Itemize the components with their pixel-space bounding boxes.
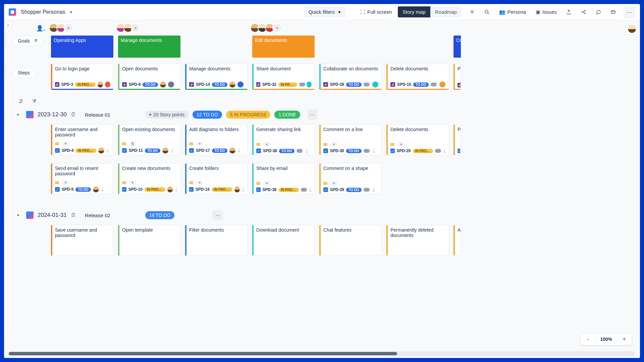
issue-key[interactable]: SPD-28 bbox=[330, 82, 344, 87]
step-card[interactable]: Go to login page ⚡SPD-3IN PROG… bbox=[51, 64, 113, 90]
step-card[interactable]: Pre ⚡S bbox=[453, 64, 461, 90]
assignee-avatar[interactable] bbox=[93, 186, 99, 192]
issue-key[interactable]: SPD-3 bbox=[61, 82, 73, 87]
zoom-in-button[interactable]: + bbox=[617, 334, 632, 345]
subtask-pill[interactable]: + bbox=[330, 181, 338, 186]
export-icon[interactable] bbox=[563, 6, 575, 18]
canvas[interactable]: Goals ⧩ Steps +++ Operating AppsManage d… bbox=[4, 20, 640, 358]
story-card[interactable]: Permanently deleted documents bbox=[386, 225, 449, 256]
subtask-pill[interactable]: + bbox=[62, 141, 69, 146]
issue-key[interactable]: SPD-16 bbox=[196, 187, 210, 192]
issue-key[interactable]: SPD-38 bbox=[263, 148, 277, 153]
issue-key[interactable]: SPD-30 bbox=[330, 148, 344, 153]
issue-key[interactable]: SPD-39 bbox=[263, 187, 277, 192]
subtask-pill[interactable]: 5 bbox=[129, 141, 137, 146]
release-2-date[interactable]: 2024-01-31 bbox=[38, 212, 67, 219]
card-icon[interactable] bbox=[607, 6, 619, 18]
goal-avatar-stack[interactable]: + bbox=[252, 21, 315, 34]
issue-key[interactable]: SPD-10 bbox=[128, 187, 143, 192]
assignee-avatar[interactable] bbox=[229, 81, 235, 87]
hierarchy-icon[interactable]: ᛦ bbox=[175, 187, 177, 192]
release-1-more[interactable]: ⋯ bbox=[308, 110, 318, 120]
steps-lane-label[interactable]: Steps bbox=[13, 68, 35, 78]
collapse-all-icon[interactable]: ⇵ bbox=[17, 98, 25, 105]
issue-key[interactable]: SPD-17 bbox=[196, 148, 210, 153]
step-card[interactable]: Open documents ⚡SPD-9TO DO bbox=[118, 64, 180, 90]
assignee-avatar[interactable] bbox=[435, 148, 441, 154]
full-screen-button[interactable]: ⛶ Full screen bbox=[357, 6, 395, 18]
issue-key[interactable]: SPD-29 bbox=[330, 187, 344, 192]
hierarchy-icon[interactable]: ᛦ bbox=[305, 148, 308, 154]
goal-avatar-stack[interactable] bbox=[185, 21, 248, 34]
hierarchy-icon[interactable]: ᛦ bbox=[242, 187, 245, 192]
assignee-avatar[interactable] bbox=[364, 187, 370, 192]
story-card[interactable]: Generate sharing link +✓SPD-38TO DOᛦ bbox=[252, 124, 315, 155]
story-card[interactable]: Create folders +✓SPD-16IN PROG…ᛦ bbox=[185, 163, 248, 194]
release-1-date[interactable]: 2023-12-30 bbox=[38, 111, 67, 118]
issue-key[interactable]: SPD-9 bbox=[129, 82, 141, 87]
issue-key[interactable]: SPD-4 bbox=[62, 148, 73, 153]
hierarchy-icon[interactable]: ᛦ bbox=[170, 148, 173, 153]
goals-lane-label[interactable]: Goals ⧩ bbox=[13, 36, 43, 46]
board-icon[interactable]: ≡ bbox=[466, 6, 478, 18]
issue-key[interactable]: SPD-15 bbox=[397, 82, 411, 87]
roadmap-tab[interactable]: Roadmap bbox=[430, 6, 462, 17]
calendar-icon[interactable]: 🗓 bbox=[71, 212, 76, 218]
goal-card[interactable]: Manage documents bbox=[118, 36, 180, 58]
story-card[interactable]: Filter documents bbox=[185, 225, 248, 256]
story-card[interactable]: Create new documents +✓SPD-10IN PROG…ᛦ bbox=[118, 163, 180, 194]
goal-card[interactable]: Edit documents bbox=[252, 36, 315, 58]
release-2-name[interactable]: Release 02 bbox=[85, 213, 110, 218]
step-card[interactable]: Collaborate on documents ⚡SPD-28TO DO bbox=[319, 64, 382, 90]
collapse-release-2[interactable]: ▾ bbox=[14, 211, 22, 219]
assignee-avatar[interactable] bbox=[162, 147, 168, 154]
issue-key[interactable]: SPD-20 bbox=[397, 148, 411, 153]
story-card[interactable]: Add diagrams to folders +✓SPD-17TO DOᛦ bbox=[185, 124, 248, 155]
hierarchy-icon[interactable]: ᛦ bbox=[106, 148, 109, 153]
step-card[interactable]: Delete documents ⚡SPD-15TO DO bbox=[386, 64, 449, 90]
step-card[interactable]: Manage documents ⚡SPD-14TO DO bbox=[185, 64, 248, 90]
assignee-avatar[interactable] bbox=[98, 81, 103, 87]
subtask-pill[interactable]: + bbox=[62, 180, 69, 185]
hierarchy-icon[interactable]: ᛦ bbox=[237, 148, 240, 153]
share-icon[interactable] bbox=[578, 6, 590, 18]
issues-button[interactable]: ▣ Issues bbox=[532, 6, 560, 18]
story-card[interactable]: Open template bbox=[118, 225, 180, 256]
assignee-avatar[interactable] bbox=[297, 148, 303, 154]
issue-key[interactable]: SPD-14 bbox=[196, 82, 210, 87]
issue-key[interactable]: SPD-11 bbox=[129, 148, 143, 153]
assignee-avatar[interactable] bbox=[431, 82, 437, 87]
hierarchy-icon[interactable]: ᛦ bbox=[309, 187, 312, 192]
zoom-out-button[interactable]: - bbox=[581, 334, 595, 345]
comment-icon[interactable] bbox=[592, 6, 604, 18]
calendar-icon[interactable]: 🗓 bbox=[71, 112, 76, 118]
story-card[interactable]: Save username and password bbox=[51, 225, 113, 256]
subtask-pill[interactable]: + bbox=[397, 142, 405, 147]
horizontal-scrollbar[interactable] bbox=[9, 351, 635, 356]
goal-card[interactable]: Operating Apps bbox=[51, 36, 113, 58]
story-card[interactable]: Delete documents +✓SPD-20IN PROG…ᛦ bbox=[386, 124, 449, 155]
assignee-avatar[interactable] bbox=[364, 82, 370, 87]
right-persona-avatar[interactable] bbox=[627, 24, 637, 35]
step-card[interactable]: Share document ⚡SPD-32IN PROG… bbox=[252, 64, 315, 90]
release-1-name[interactable]: Release 01 bbox=[85, 112, 110, 118]
filter-icon[interactable]: ⧩ bbox=[30, 98, 38, 105]
more-button[interactable]: ⋯ bbox=[623, 6, 635, 18]
story-map-tab[interactable]: Story map bbox=[398, 6, 430, 17]
story-card[interactable]: Enter username and password +✓SPD-4IN PR… bbox=[51, 124, 113, 155]
story-card[interactable]: Chat features bbox=[319, 225, 382, 256]
subtask-pill[interactable]: + bbox=[263, 181, 271, 186]
assignee-avatar[interactable] bbox=[160, 81, 166, 87]
hierarchy-icon[interactable]: ᛦ bbox=[372, 148, 375, 154]
assignee-avatar[interactable] bbox=[167, 186, 173, 192]
story-card[interactable]: Send email to resent password +✓SPD-5TO … bbox=[51, 163, 113, 194]
subtask-pill[interactable]: + bbox=[196, 180, 204, 185]
story-card[interactable]: Open existing documents 5✓SPD-11TO DOᛦ bbox=[118, 124, 180, 155]
goal-card[interactable]: Cor bbox=[453, 36, 461, 58]
expand-sidebar-handle[interactable]: › bbox=[4, 21, 12, 29]
story-card[interactable]: Comment on a line +✓SPD-30TO DOᛦ bbox=[319, 124, 382, 155]
hierarchy-icon[interactable]: ᛦ bbox=[372, 187, 375, 192]
story-card[interactable]: Comment on a shape +✓SPD-29TO DOᛦ bbox=[319, 163, 382, 194]
persona-button[interactable]: 👥 Persona bbox=[496, 6, 530, 18]
assignee-avatar[interactable] bbox=[98, 147, 104, 154]
